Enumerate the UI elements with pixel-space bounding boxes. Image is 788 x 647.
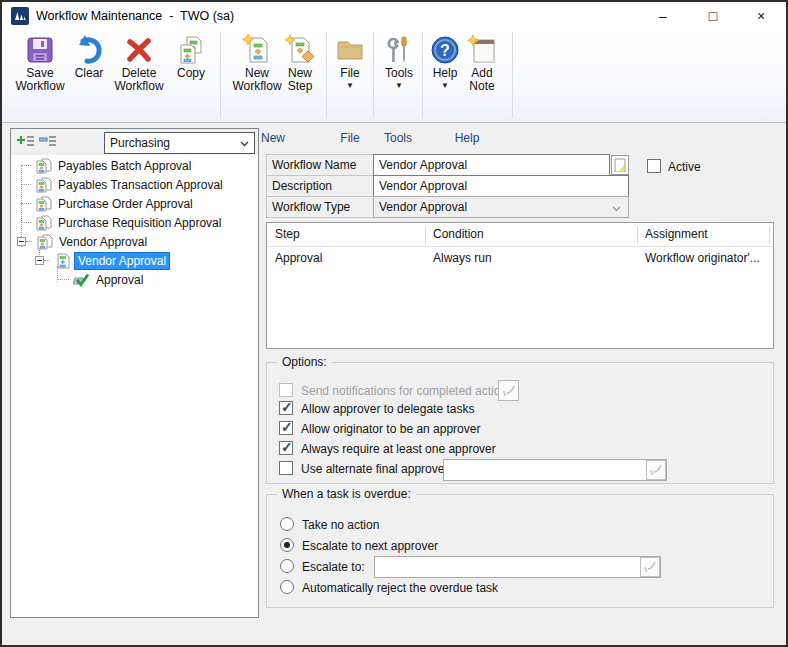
group-label-help: Help [412,131,522,145]
steps-grid[interactable]: Step Condition Assignment Approval Alway… [266,222,774,349]
note-attach-icon[interactable] [611,155,629,175]
require-one-approver-label: Always require at least one approver [301,442,496,456]
steps-grid-header: Step Condition Assignment [267,223,773,247]
chevron-down-icon [612,206,621,212]
tree-item[interactable]: Payables Transaction Approval [15,175,256,194]
escalate-to-radio[interactable] [280,559,294,573]
ribbon-separator [422,32,423,118]
workflow-tree-panel: Purchasing Payables Batch Approval Payab… [10,128,259,618]
tree-item[interactable]: Purchase Requisition Approval [15,213,256,232]
save-workflow-button[interactable]: Save Workflow [12,34,68,93]
chevron-down-icon: ▼ [346,82,354,89]
ribbon-separator [373,32,374,118]
chevron-down-icon [240,141,249,147]
collapse-expander-icon[interactable] [35,256,44,265]
column-header-step[interactable]: Step [275,227,300,241]
tree-item-expanded[interactable]: Vendor Approval [15,232,256,251]
overdue-legend: When a task is overdue: [277,487,416,501]
alternate-approver-checkbox[interactable] [279,461,293,475]
new-step-icon [284,34,316,66]
tree-item-label: Purchase Requisition Approval [55,215,224,231]
tree-item[interactable]: Payables Batch Approval [15,156,256,175]
chevron-down-icon: ▼ [441,82,449,89]
category-dropdown[interactable]: Purchasing [104,132,255,154]
grid-cell-assignment[interactable]: Workflow originator'... [645,251,760,265]
workflow-pages-icon [35,158,52,174]
escalate-to-lookup-icon[interactable] [640,557,660,577]
active-checkbox[interactable] [647,159,661,173]
new-workflow-icon [241,34,273,66]
alternate-approver-label: Use alternate final approver [301,462,448,476]
collapse-all-icon[interactable] [39,135,57,149]
description-input[interactable]: Vendor Approval [373,175,629,197]
workflow-type-value: Vendor Approval [379,200,467,214]
tree-item[interactable]: Purchase Order Approval [15,194,256,213]
description-label: Description [266,175,374,197]
options-legend: Options: [277,355,332,369]
copy-label: Copy [177,67,205,80]
grid-cell-step[interactable]: Approval [275,251,322,265]
tree-item-label: Payables Batch Approval [55,158,194,174]
dynamics-gp-app-icon [11,7,29,25]
auto-reject-label: Automatically reject the overdue task [302,581,498,595]
file-menu-button[interactable]: File ▼ [330,34,370,89]
take-no-action-radio[interactable] [280,517,294,531]
escalate-next-approver-label: Escalate to next approver [302,539,438,553]
grid-cell-condition[interactable]: Always run [433,251,492,265]
add-note-icon [466,34,498,66]
originator-approver-label: Allow originator to be an approver [301,422,480,436]
tools-menu-button[interactable]: Tools ▼ [379,34,419,89]
add-note-label: Add Note [460,67,504,93]
escalate-to-label: Escalate to: [302,560,365,574]
help-label: Help [433,67,458,80]
workflow-name-label: Workflow Name [266,154,374,176]
save-icon [24,34,56,66]
active-label: Active [668,160,701,174]
column-header-condition[interactable]: Condition [433,227,484,241]
workflow-pages-icon [35,196,52,212]
window-title: Workflow Maintenance - TWO (sa) [36,9,234,23]
alternate-approver-input[interactable] [443,459,667,481]
svg-text:?: ? [440,42,450,59]
tree-item-label: Purchase Order Approval [55,196,196,212]
chevron-down-icon: ▼ [395,82,403,89]
require-one-approver-checkbox[interactable] [279,441,293,455]
close-button[interactable]: × [738,2,784,30]
notification-expansion-button [498,380,519,401]
escalate-to-input[interactable] [374,556,661,578]
new-step-button[interactable]: New Step [278,34,322,93]
workflow-maintenance-window: Workflow Maintenance - TWO (sa) – □ × Sa… [0,0,788,647]
tree-item-selected[interactable]: Vendor Approval [15,251,256,270]
expand-all-icon[interactable] [17,135,35,149]
auto-reject-radio[interactable] [280,580,294,594]
workflow-type-label: Workflow Type [266,196,374,218]
clear-button[interactable]: Clear [68,34,110,80]
help-menu-button[interactable]: ? Help ▼ [427,34,463,89]
tree-item-label: Vendor Approval [74,252,170,270]
file-label: File [340,67,359,80]
tree-item-label: Vendor Approval [56,234,150,250]
workflow-name-input[interactable]: Vendor Approval [373,154,610,176]
column-header-assignment[interactable]: Assignment [645,227,708,241]
delete-workflow-button[interactable]: Delete Workflow [110,34,168,93]
alternate-approver-lookup-icon[interactable] [646,460,666,480]
send-notifications-label: Send notifications for completed actions [301,384,513,398]
copy-workflow-icon [175,34,207,66]
originator-approver-checkbox[interactable] [279,421,293,435]
save-workflow-label: Save Workflow [12,67,68,93]
copy-button[interactable]: Copy [168,34,214,80]
allow-delegate-checkbox[interactable] [279,401,293,415]
escalate-next-approver-radio[interactable] [280,538,294,552]
workflow-type-dropdown[interactable]: Vendor Approval [373,196,629,218]
ribbon-separator [326,32,327,118]
collapse-expander-icon[interactable] [17,237,26,246]
tree-item[interactable]: Approval [15,270,256,289]
category-dropdown-value: Purchasing [105,136,170,150]
maximize-button[interactable]: □ [690,2,736,30]
new-step-label: New Step [278,67,322,93]
tools-icon [383,34,415,66]
minimize-button[interactable]: – [640,2,686,30]
take-no-action-label: Take no action [302,518,379,532]
add-note-button[interactable]: Add Note [460,34,504,93]
help-icon: ? [429,34,461,66]
